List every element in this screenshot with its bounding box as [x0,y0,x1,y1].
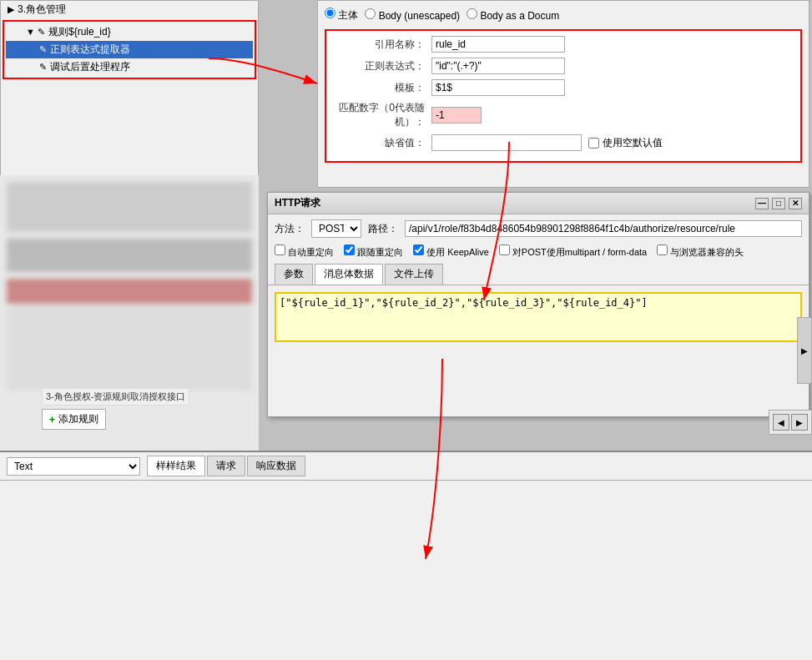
path-label: 路径： [368,222,398,236]
http-panel-title-text: HTTP请求 [275,196,320,210]
auto-redirect-checkbox[interactable] [275,244,285,255]
scroll-right-panel[interactable]: ▶ [797,317,812,384]
use-empty-default-checkbox[interactable] [588,138,599,149]
match-num-row: 匹配数字（0代表随机）： [331,101,795,129]
edit-icon: ▼ ✎ [26,27,45,38]
reference-name-row: 引用名称： [331,36,795,53]
keepalive-label[interactable]: 使用 KeepAlive [413,244,489,259]
follow-redirect-checkbox[interactable] [344,244,355,255]
radio-main-body[interactable] [325,8,335,18]
tree-highlight-box: ▼ ✎ 规则${rule_id} ✎ 正则表达式提取器 ✎ 调试后置处理程序 [3,20,256,79]
method-select[interactable]: POST [311,219,361,238]
nav-arrows: ◀ ▶ [769,410,812,435]
tree-item-rule[interactable]: ▼ ✎ 规则${rule_id} [6,23,253,41]
multipart-checkbox[interactable] [499,244,510,255]
radio-option-1[interactable]: 主体 [325,8,358,23]
reference-label: 引用名称： [331,38,431,52]
regex-input[interactable] [431,58,565,74]
add-rule-button-mid[interactable]: + 添加规则 [42,409,106,430]
http-panel-title-bar: HTTP请求 — □ ✕ [268,193,809,214]
default-row: 缺省值： 使用空默认值 [331,134,795,151]
body-type-radio-group: 主体 Body (unescaped) Body as a Docum [325,8,802,23]
add-rule-label: 添加规则 [58,412,98,426]
role-tree-panel: ▶ 3.角色管理 ▼ ✎ 规则${rule_id} ✎ 正则表达式提取器 ✎ 调… [0,0,259,188]
blurred-left-panel [0,175,259,459]
template-input[interactable] [431,79,565,96]
tab-sample-result[interactable]: 样样结果 [147,456,205,476]
radio-option-2[interactable]: Body (unescaped) [365,8,460,22]
radio-option-3[interactable]: Body as a Docum [467,8,559,22]
match-num-input[interactable] [431,107,482,123]
window-controls: — □ ✕ [755,198,802,209]
edit-icon-3: ✎ [39,62,47,73]
bottom-panel: Text 样样结果 请求 响应数据 + 添加规则 Request Body Re… [0,451,812,660]
follow-redirect-label[interactable]: 跟随重定向 [344,244,403,259]
match-num-label: 匹配数字（0代表随机）： [331,101,431,129]
tab-body[interactable]: 消息体数据 [315,264,383,285]
tab-request[interactable]: 请求 [207,456,245,476]
use-empty-default-label[interactable]: 使用空默认值 [588,136,663,150]
tree-item-debug[interactable]: ✎ 调试后置处理程序 [6,58,253,76]
method-label: 方法： [275,222,305,236]
expand-icon: ▶ [8,4,14,15]
tree-item-role-mgmt[interactable]: ▶ 3.角色管理 [1,1,258,18]
browser-compat-checkbox[interactable] [657,244,668,255]
bottom-toolbar: Text 样样结果 请求 响应数据 [0,452,812,481]
maximize-button[interactable]: □ [772,198,785,209]
options-row: 自动重定向 跟随重定向 使用 KeepAlive 对POST使用multipar… [268,243,809,260]
regex-row: 正则表达式： [331,58,795,74]
auto-redirect-label[interactable]: 自动重定向 [275,244,334,259]
nav-left-button[interactable]: ◀ [773,414,789,431]
radio-document[interactable] [467,8,477,19]
template-row: 模板： [331,79,795,96]
http-request-panel: HTTP请求 — □ ✕ 方法： POST 路径： 自动重定向 跟随重定向 使用… [267,192,809,417]
type-dropdown[interactable]: Text [7,457,140,476]
multipart-label[interactable]: 对POST使用multipart / form-data [499,244,647,259]
scroll-icon: ▶ [801,346,808,355]
tree-item-regex[interactable]: ✎ 正则表达式提取器 [6,41,253,58]
template-label: 模板： [331,81,431,95]
regex-label: 正则表达式： [331,59,431,73]
body-textarea[interactable]: ["${rule_id_1}","${rule_id_2}","${rule_i… [275,292,802,342]
close-button[interactable]: ✕ [789,198,802,209]
browser-compat-label[interactable]: 与浏览器兼容的头 [657,244,744,259]
rule-props-panel: 主体 Body (unescaped) Body as a Docum 引用名称… [317,0,809,188]
default-label: 缺省值： [331,136,431,150]
keepalive-checkbox[interactable] [413,244,424,255]
minimize-button[interactable]: — [755,198,769,209]
bottom-tabs: 样样结果 请求 响应数据 [147,456,805,476]
radio-unescaped[interactable] [365,8,376,19]
edit-icon-2: ✎ [39,44,47,55]
interface-label: 3-角色授权-资源规则取消授权接口 [42,388,189,406]
nav-right-button[interactable]: ▶ [791,414,808,431]
http-tabs-bar: 参数 消息体数据 文件上传 [268,260,809,285]
rule-props-highlight-box: 引用名称： 正则表达式： 模板： 匹配数字（0代表随机）： 缺省值： 使用空默认… [325,29,802,163]
path-input[interactable] [405,220,802,237]
add-icon: + [49,414,55,426]
method-path-row: 方法： POST 路径： [268,214,809,243]
tab-response[interactable]: 响应数据 [247,456,305,476]
tab-params[interactable]: 参数 [275,264,313,285]
reference-input[interactable] [431,36,565,53]
tab-file[interactable]: 文件上传 [385,264,443,285]
default-input[interactable] [431,134,582,151]
